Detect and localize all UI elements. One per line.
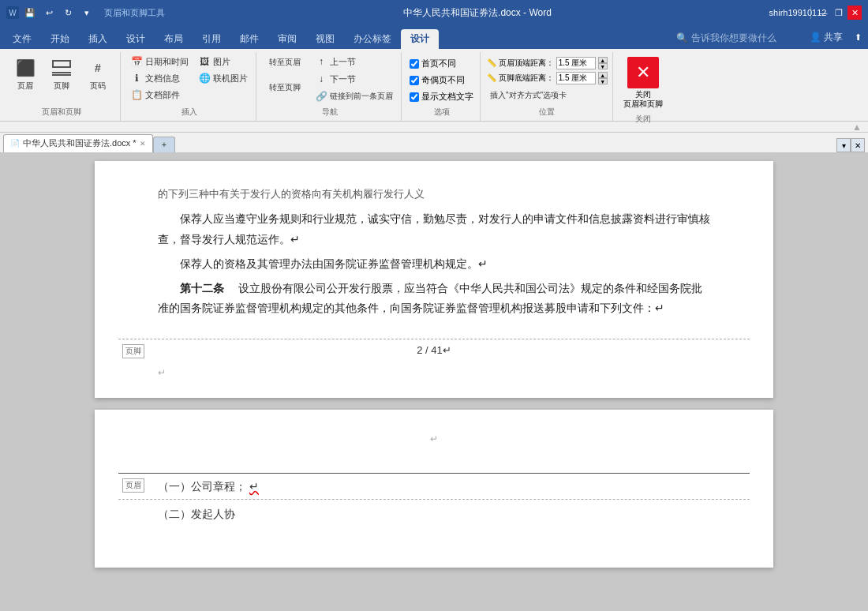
ribbon-group-options: 首页不同 奇偶页不同 显示文档文字 选项 [403, 52, 481, 121]
footer-bottom-margin: ↵ [95, 361, 773, 384]
next-section-icon: ↓ [315, 73, 327, 85]
tab-design-hf[interactable]: 设计 [401, 29, 439, 50]
date-time-icon: 📅 [130, 55, 143, 68]
close-content: ✕ 关闭页眉和页脚 [619, 54, 667, 112]
ribbon-group-navigation: 转至页眉 转至页脚 ↑ 上一节 ↓ 下一节 🔗 链接到前一条页眉 [258, 52, 402, 121]
doc-parts-icon: 📋 [130, 88, 143, 101]
page-3: ↵ 页眉 （一）公司章程； ↵ （二）发起人协 [95, 410, 773, 568]
doc-info-icon: ℹ [130, 72, 143, 84]
picture-button[interactable]: 🖼 图片 [195, 54, 251, 69]
tab-file[interactable]: 文件 [3, 29, 41, 50]
page-3-top: ↵ [95, 410, 773, 473]
online-picture-icon: 🌐 [198, 72, 211, 84]
doc-tab-label: 中华人民共和国证券法.docx * [23, 137, 137, 149]
ribbon-group-hf: ⬛ 页眉 页脚 # 页码 页眉和页脚 [3, 52, 121, 121]
options-group-label: 选项 [408, 105, 475, 118]
footer-distance-input[interactable] [556, 72, 596, 84]
user-account[interactable]: shirh19910112 [790, 5, 806, 21]
footer-distance-down[interactable]: ▼ [598, 78, 608, 84]
undo-button[interactable]: ↩ [41, 5, 57, 21]
doc-close-btn[interactable]: ✕ [851, 138, 865, 152]
insert-alignment-tab-button[interactable]: 插入"对齐方式"选项卡 [487, 88, 570, 103]
close-hf-button[interactable]: ✕ 关闭页眉和页脚 [619, 54, 667, 112]
goto-header-button[interactable]: 转至页眉 [263, 54, 307, 77]
page-number-button[interactable]: # 页码 [80, 54, 115, 101]
position-group-label: 位置 [487, 105, 608, 118]
header-distance-input[interactable] [556, 57, 596, 69]
nav-group-label: 导航 [263, 105, 396, 118]
tell-me-area: 🔍 [676, 32, 802, 43]
header-item-2: （二）发起人协 [158, 508, 710, 522]
picture-icon: 🖼 [198, 55, 211, 68]
online-picture-button[interactable]: 🌐 联机图片 [195, 70, 251, 86]
first-page-diff-checkbox[interactable]: 首页不同 [408, 57, 458, 70]
next-section-button[interactable]: ↓ 下一节 [312, 71, 396, 87]
show-doc-text-checkbox[interactable]: 显示文档文字 [408, 90, 475, 103]
doc-tab-main[interactable]: 📄 中华人民共和国证券法.docx * ✕ [3, 134, 153, 152]
tab-insert[interactable]: 插入 [79, 29, 117, 50]
tell-me-input[interactable] [691, 32, 802, 43]
doc-tab-close[interactable]: ✕ [140, 140, 146, 148]
tab-design-doc[interactable]: 设计 [117, 29, 155, 50]
close-hf-icon: ✕ [627, 57, 659, 88]
header-distance-up[interactable]: ▲ [598, 57, 608, 63]
doc-nav-scroll[interactable]: ▾ [836, 138, 851, 152]
position-controls: 📏 页眉顶端距离： ▲ ▼ 📏 页脚底端距离： ▲ ▼ 插入"对齐方式"选项卡 [487, 54, 608, 105]
document-area: 的下列三种中有关于发行人的资格向有关机构履行发行人义 保荐人应当遵守业务规则和行… [0, 153, 868, 611]
redo-button[interactable]: ↻ [60, 5, 76, 21]
footer-distance-up[interactable]: ▲ [598, 72, 608, 78]
tab-mailings[interactable]: 邮件 [230, 29, 268, 50]
ribbon-group-insert: 📅 日期和时间 ℹ 文档信息 📋 文档部件 🖼 图片 🌐 [122, 52, 256, 121]
insert-left-btns: 📅 日期和时间 ℹ 文档信息 📋 文档部件 [127, 54, 192, 103]
minimize-button[interactable]: — [816, 6, 830, 20]
ribbon-group-position: 📏 页眉顶端距离： ▲ ▼ 📏 页脚底端距离： ▲ ▼ 插入"对齐方式"选项卡 … [482, 52, 613, 121]
ribbon-content: ⬛ 页眉 页脚 # 页码 页眉和页脚 📅 [0, 49, 868, 122]
link-prev-header-button[interactable]: 🔗 链接到前一条页眉 [312, 88, 396, 104]
prev-section-button[interactable]: ↑ 上一节 [312, 54, 396, 69]
restore-button[interactable]: ❐ [832, 6, 846, 20]
header-distance-down[interactable]: ▼ [598, 63, 608, 69]
ribbon-scroll-indicator[interactable]: ▲ [852, 122, 862, 133]
date-time-button[interactable]: 📅 日期和时间 [127, 54, 192, 69]
footer-button[interactable]: 页脚 [44, 54, 79, 101]
tab-view[interactable]: 视图 [306, 29, 344, 50]
header-area: 页眉 （一）公司章程； ↵ [118, 473, 750, 500]
ribbon-expand-button[interactable]: ⬆ [851, 31, 865, 45]
tab-home[interactable]: 开始 [41, 29, 79, 50]
prev-section-icon: ↑ [315, 55, 327, 68]
tab-references[interactable]: 引用 [193, 29, 230, 50]
window-title: 中华人民共和国证券法.docx - Word [165, 6, 790, 20]
footer-page-number[interactable]: 2 / 41↵ [158, 344, 710, 356]
options-checkboxes: 首页不同 奇偶页不同 显示文档文字 [408, 54, 475, 105]
goto-footer-button[interactable]: 转至页脚 [263, 79, 307, 103]
para-2: 保荐人的资格及其管理办法由国务院证券监督管理机构规定。↵ [158, 254, 710, 274]
share-button[interactable]: 👤 共享 [803, 29, 849, 46]
article-12: 第十二条 设立股份有限公司公开发行股票，应当符合《中华人民共和国公司法》规定的条… [158, 279, 710, 318]
word-logo: W [6, 6, 19, 19]
window-controls: shirh19910112 — ❐ ✕ [790, 5, 862, 21]
ribbon-right-area: 🔍 👤 共享 ⬆ [676, 29, 865, 49]
save-button[interactable]: 💾 [22, 5, 38, 21]
para-1: 保荐人应当遵守业务规则和行业规范，诚实守信，勤勉尽责，对发行人的申请文件和信息披… [158, 209, 710, 249]
odd-even-diff-checkbox[interactable]: 奇偶页不同 [408, 73, 466, 87]
header-button[interactable]: ⬛ 页眉 [8, 54, 43, 101]
footer-icon [49, 55, 74, 81]
doc-tab-blank[interactable]: + [153, 137, 175, 152]
page-3-center-mark: ↵ [158, 433, 710, 444]
tab-review[interactable]: 审阅 [268, 29, 306, 50]
title-bar: W 💾 ↩ ↻ ▾ 页眉和页脚工具 中华人民共和国证券法.docx - Word… [0, 0, 868, 25]
ribbon-group-close: ✕ 关闭页眉和页脚 关闭 [615, 52, 672, 121]
header-item-1[interactable]: （一）公司章程； ↵ [158, 478, 710, 494]
tab-office-tab[interactable]: 办公标签 [344, 29, 401, 50]
tab-layout[interactable]: 布局 [155, 29, 193, 50]
insert-buttons: 📅 日期和时间 ℹ 文档信息 📋 文档部件 🖼 图片 🌐 [127, 54, 251, 105]
footer-label: 页脚 [122, 344, 144, 358]
ribbon-tabs: 文件 开始 插入 设计 布局 引用 邮件 审阅 视图 办公标签 设计 🔍 👤 共… [0, 25, 868, 49]
customize-qat-button[interactable]: ▾ [79, 5, 95, 21]
doc-parts-button[interactable]: 📋 文档部件 [127, 87, 192, 103]
close-button[interactable]: ✕ [847, 6, 862, 20]
page-2: 的下列三种中有关于发行人的资格向有关机构履行发行人义 保荐人应当遵守业务规则和行… [95, 161, 773, 398]
header-distance-spinner: ▲ ▼ [598, 57, 608, 69]
document-tabs: 📄 中华人民共和国证券法.docx * ✕ + ▾ ✕ [0, 133, 868, 153]
doc-info-button[interactable]: ℹ 文档信息 [127, 70, 192, 86]
